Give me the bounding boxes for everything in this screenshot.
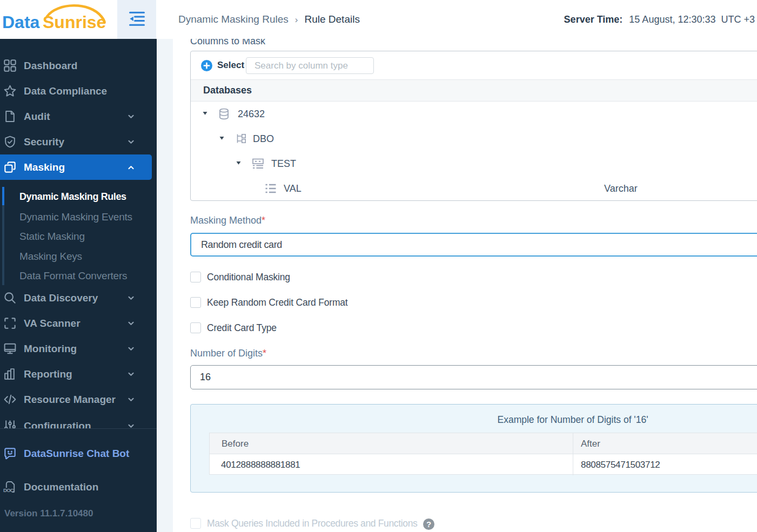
svg-text:Sunrise: Sunrise xyxy=(43,12,106,32)
svg-text:DOC: DOC xyxy=(3,487,14,493)
svg-text:Data: Data xyxy=(2,12,40,32)
